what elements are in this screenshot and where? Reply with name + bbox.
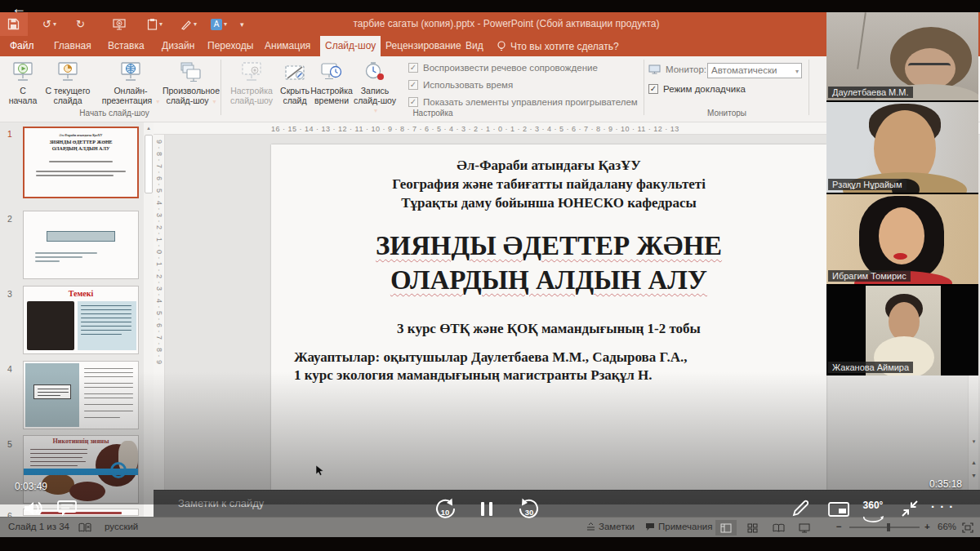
zoom-out-button[interactable]: − [836, 522, 842, 531]
comments-toggle-button[interactable]: Примечания [645, 522, 712, 531]
minimize-button[interactable] [900, 499, 920, 522]
back-button[interactable]: ← [11, 0, 26, 17]
setup-slideshow-button[interactable]: Настройка слайд-шоу [225, 60, 278, 105]
scroll-up-icon[interactable]: ▴ [144, 123, 154, 133]
chat-button[interactable] [57, 500, 77, 520]
tab-design[interactable]: Дизайн [157, 36, 199, 56]
custom-slideshow-caret [212, 96, 216, 105]
checkbox-icon [408, 63, 418, 73]
font-color-icon: A [211, 19, 222, 30]
speaker-icon [23, 500, 44, 517]
tab-slideshow[interactable]: Слайд-шоу [320, 36, 381, 56]
hide-slide-button[interactable]: Скрыть слайд [279, 60, 310, 105]
slide-thumbnail-3[interactable]: Темекі [23, 286, 139, 354]
next-slide-button[interactable]: ▼ [969, 473, 979, 478]
custom-slideshow-icon [179, 61, 203, 84]
notes-pane[interactable]: Заметки к слайду [154, 490, 980, 517]
fit-to-window-icon[interactable] [962, 522, 973, 533]
presenter-view-checkbox[interactable]: Режим докладчика [648, 84, 746, 94]
scrollbar-thumb[interactable] [145, 135, 153, 193]
play-narrations-checkbox[interactable]: Воспроизвести речевое сопровождение [408, 63, 598, 73]
thumb3-photo [27, 301, 74, 350]
slide-canvas[interactable]: Әл-Фараби атындағы ҚазҰУ География және … [271, 144, 826, 490]
slide-thumbnail-1[interactable]: Әл-Фараби атындағы ҚазҰУ ЗИЯНДЫ ӘДЕТТЕР … [23, 127, 139, 198]
tab-review[interactable]: Рецензирование [381, 36, 466, 56]
slide-counter: Слайд 1 из 34 [8, 522, 69, 531]
slide-thumbnail-4[interactable] [23, 361, 139, 429]
tell-me-search[interactable]: Что вы хотите сделать? [497, 36, 619, 56]
thumb3-textbox [78, 301, 136, 350]
redo-button[interactable]: ↻ [76, 16, 85, 32]
font-color-button[interactable]: A [211, 16, 227, 32]
slideshow-view-button[interactable] [794, 520, 815, 535]
slide-subtitle[interactable]: 3 курс ӨТҚ және ҚОҚ мамандығының 1-2 тоб… [271, 321, 826, 337]
participant-video[interactable]: Даулетбаева М.М. [826, 12, 978, 100]
normal-view-button[interactable] [715, 520, 737, 535]
pip-button[interactable] [828, 502, 849, 520]
slide-header-line2[interactable]: География және табиғатты пайдалану факул… [271, 176, 826, 193]
zoom-level[interactable]: 66% [938, 522, 956, 531]
slide-header-line1[interactable]: Әл-Фараби атындағы ҚазҰУ [271, 158, 826, 174]
reading-view-button[interactable] [768, 520, 789, 535]
pip-icon [828, 502, 849, 517]
tab-file[interactable]: Файл [5, 36, 39, 56]
participant-name: Жаканова Аймира [828, 362, 913, 373]
notes-toggle-button[interactable]: Заметки [586, 522, 635, 531]
from-current-slide-button[interactable]: С текущего слайда [41, 60, 95, 105]
monitor-dropdown[interactable]: Автоматически [707, 63, 802, 78]
mouse-cursor [315, 464, 324, 476]
record-slideshow-button[interactable]: Запись слайд-шоу [353, 60, 397, 116]
rotate-360-button[interactable]: 360° [862, 500, 884, 526]
tab-insert[interactable]: Вставка [103, 36, 149, 56]
clipboard-icon [147, 18, 158, 30]
rehearse-timings-button[interactable]: Настройка времени [312, 60, 351, 105]
participant-video[interactable]: Рзақұл Нұрайым [826, 102, 978, 193]
thumbnail-number: 5 [7, 439, 12, 449]
slide-title-line2[interactable]: ОЛАРДЫҢ АЛДЫН АЛУ [271, 264, 826, 296]
setup-slideshow-icon [239, 61, 264, 84]
annotate-button[interactable] [791, 499, 810, 522]
paste-button[interactable] [147, 16, 163, 32]
slide-sorter-view-button[interactable] [742, 520, 763, 535]
thumbnail-scrollbar[interactable]: ▴ [144, 122, 154, 517]
speaker-button[interactable] [23, 500, 44, 520]
language-indicator[interactable]: русский [105, 522, 138, 531]
start-slideshow-qat-button[interactable] [113, 16, 126, 32]
zoom-in-button[interactable]: + [924, 522, 930, 531]
zoom-slider[interactable] [849, 527, 920, 528]
slide-authors-line2[interactable]: 1 курс экология мамандығының магистранты… [294, 367, 808, 384]
checkbox-icon [648, 84, 658, 94]
ink-button[interactable] [180, 16, 197, 32]
forward-30-button[interactable]: 30 [517, 498, 541, 524]
thumbnail-number: 1 [7, 129, 12, 139]
participant-video[interactable]: Ибрагим Томирис [826, 194, 978, 284]
participant-video[interactable]: Жаканова Аймира [826, 286, 978, 375]
undo-button[interactable]: ↺ [42, 16, 56, 32]
slide-title-line1[interactable]: ЗИЯНДЫ ӘДЕТТЕР ЖӘНЕ [271, 229, 826, 262]
tab-transitions[interactable]: Переходы [203, 36, 258, 56]
slide-header-line3[interactable]: Тұрақты даму бойынша ЮНЕСКО кафедрасы [271, 195, 826, 211]
customize-qat-button[interactable]: ▾ [240, 16, 244, 32]
custom-slideshow-button[interactable]: Произвольное слайд-шоу [165, 60, 217, 106]
horizontal-ruler-numbers: 16 · 15 · 14 · 13 · 12 · 11 · 10 · 9 · 8… [271, 125, 826, 133]
save-button[interactable] [7, 16, 20, 32]
tab-animations[interactable]: Анимация [260, 36, 315, 56]
slide-authors-line1[interactable]: Жауаптылар: оқытушылар Даулетбаева М.М.,… [294, 349, 808, 366]
pause-button[interactable] [481, 502, 492, 516]
slide-thumbnail-5[interactable]: Никотиннің зияны [23, 435, 139, 504]
tab-view[interactable]: Вид [461, 36, 488, 56]
tab-home[interactable]: Главная [49, 36, 96, 56]
scroll-down-icon[interactable]: ▾ [969, 438, 979, 445]
previous-slide-button[interactable]: ▲ [969, 460, 979, 465]
from-start-button[interactable]: С начала [7, 60, 39, 105]
spell-check-icon[interactable] [78, 522, 91, 533]
online-presentation-button[interactable]: Онлайн-презентация [98, 60, 163, 106]
more-options-button[interactable] [931, 500, 954, 514]
show-media-controls-checkbox[interactable]: Показать элементы управления проигрывате… [408, 97, 638, 107]
rewind-10-button[interactable]: 10 [433, 498, 457, 524]
use-timings-checkbox[interactable]: Использовать время [408, 80, 513, 90]
show-media-controls-label: Показать элементы управления проигрывате… [423, 97, 638, 107]
thumb1-title-2: ОЛАРДЫҢ АЛДЫН АЛУ [24, 146, 137, 151]
slide-thumbnail-2[interactable] [23, 211, 139, 279]
zoom-slider-thumb[interactable] [887, 523, 890, 531]
